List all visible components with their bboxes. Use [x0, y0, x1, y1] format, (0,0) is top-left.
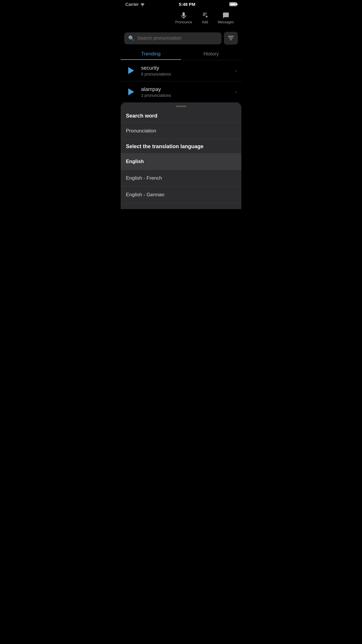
sheet-handle [176, 106, 186, 107]
messages-label: Messages [218, 20, 234, 24]
pronounce-nav-item[interactable]: Pronounce [171, 10, 196, 26]
count-label: 6 pronunciations [141, 72, 235, 76]
trending-tab-label: Trending [141, 51, 160, 57]
play-button-alampay[interactable] [125, 86, 137, 98]
language-english-french[interactable]: English - French [121, 170, 241, 187]
status-time: 5:48 PM [179, 2, 196, 7]
svg-rect-0 [228, 36, 234, 37]
chevron-right-icon: › [235, 68, 237, 74]
carrier-label: Carrier [125, 2, 145, 7]
play-triangle-icon [128, 88, 134, 95]
list-item[interactable]: security 6 pronunciations › [121, 60, 241, 81]
messages-nav-item[interactable]: Messages [214, 10, 238, 26]
add-text-icon [201, 12, 208, 19]
add-nav-item[interactable]: Add [197, 10, 212, 26]
battery-indicator [229, 2, 237, 6]
svg-rect-2 [230, 39, 232, 40]
sheet-handle-row [121, 103, 241, 109]
pronunciation-item[interactable]: Pronunciation [121, 123, 241, 139]
search-row: 🔍 [121, 29, 241, 47]
microphone-icon [180, 12, 187, 19]
wifi-icon [140, 3, 145, 6]
history-tab-label: History [203, 51, 219, 57]
filter-icon [228, 36, 234, 41]
chevron-right-icon: › [235, 89, 237, 95]
messages-icon [222, 12, 229, 19]
top-nav: Pronounce Add Messages [121, 8, 241, 29]
add-label: Add [202, 20, 208, 24]
pronounce-label: Pronounce [175, 20, 192, 24]
tabs-row: Trending History [121, 47, 241, 60]
item-text-alampay: alampay 1 pronunciations [141, 86, 235, 98]
language-english-german[interactable]: English - German [121, 187, 241, 203]
word-label: security [141, 65, 235, 71]
svg-rect-1 [229, 38, 233, 38]
search-input[interactable] [137, 36, 217, 41]
bottom-sheet: Search word Pronunciation Select the tra… [121, 103, 241, 209]
search-wrapper: 🔍 [124, 32, 222, 44]
play-triangle-icon [128, 67, 134, 74]
status-bar: Carrier 5:48 PM [121, 0, 241, 8]
search-word-title: Search word [121, 109, 241, 123]
language-english[interactable]: English [121, 153, 241, 170]
carrier-text: Carrier [125, 2, 139, 7]
select-language-title: Select the translation language [121, 139, 241, 153]
search-icon: 🔍 [128, 35, 134, 41]
word-label: alampay [141, 86, 235, 92]
tab-history[interactable]: History [181, 47, 241, 60]
play-button-security[interactable] [125, 65, 137, 76]
list-item[interactable]: alampay 1 pronunciations › [121, 81, 241, 103]
item-text-security: security 6 pronunciations [141, 65, 235, 76]
tab-trending[interactable]: Trending [121, 47, 181, 60]
list-container: security 6 pronunciations › alampay 1 pr… [121, 60, 241, 103]
filter-button[interactable] [224, 32, 238, 45]
count-label: 1 pronunciations [141, 93, 235, 98]
